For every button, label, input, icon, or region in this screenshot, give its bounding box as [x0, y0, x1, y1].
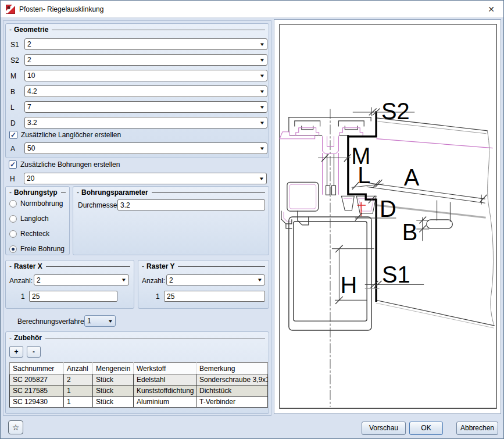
- label-b: B: [402, 219, 418, 245]
- group-zubehoer-title: - Zubehör: [9, 333, 265, 342]
- star-icon: ☆: [12, 423, 20, 432]
- window-title: Pfosten- Riegelausklinkung: [19, 5, 103, 13]
- top-rail-profile: [289, 117, 371, 135]
- parameter-panel: - Geometrie S1 2 ▼ S2 2 ▼ M 10 ▼ B 4.2: [3, 20, 271, 416]
- chevron-down-icon: ▼: [259, 58, 265, 63]
- group-bohrungsparameter: - Bohrungsparameter Durchmesser:: [73, 186, 269, 255]
- collapse-toggle[interactable]: -: [9, 26, 12, 34]
- table-row[interactable]: SC 129430 1 Stück Aluminium T-Verbinder: [10, 397, 268, 408]
- group-geometrie: - Geometrie S1 2 ▼ S2 2 ▼ M 10 ▼ B 4.2: [5, 23, 269, 158]
- field-label-l: L: [10, 103, 15, 112]
- durchmesser-input[interactable]: [117, 199, 265, 210]
- checkbox-checked-icon: ✓: [9, 131, 17, 139]
- collapse-toggle[interactable]: -: [77, 188, 79, 197]
- chevron-down-icon: ▼: [259, 120, 265, 126]
- label-d: D: [380, 196, 396, 222]
- close-icon[interactable]: ✕: [485, 3, 498, 16]
- section-drawing: S2 M L A D B S1 H: [274, 20, 501, 413]
- a-select[interactable]: 50 ▼: [24, 142, 267, 154]
- field-label-s2: S2: [10, 56, 19, 65]
- radio-icon: [9, 200, 17, 208]
- checkbox-checked-icon: ✓: [9, 160, 17, 169]
- bohrungen-checkbox[interactable]: ✓ Zusätzliche Bohrungen erstellen: [9, 160, 120, 169]
- screw-channel: [326, 155, 336, 195]
- label-l: L: [358, 162, 370, 188]
- favorite-button[interactable]: ☆: [8, 420, 23, 434]
- anzahl-label: Anzahl:: [9, 277, 33, 285]
- field-label-b: B: [10, 88, 15, 96]
- chevron-down-icon: ▼: [259, 89, 265, 94]
- field-label-s1: S1: [10, 41, 19, 49]
- chevron-down-icon: ▼: [259, 73, 265, 78]
- zubehoer-table: Sachnummer Anzahl Mengenein Werkstoff Be…: [9, 362, 268, 408]
- table-header-row: Sachnummer Anzahl Mengenein Werkstoff Be…: [10, 363, 268, 374]
- raster-x-value-input[interactable]: [29, 291, 117, 302]
- dimension-labels: S2 M L A D B S1 H: [340, 98, 419, 298]
- collapse-toggle[interactable]: -: [142, 262, 144, 270]
- add-row-button[interactable]: +: [9, 346, 23, 358]
- group-raster-y-title: - Raster Y: [142, 262, 265, 271]
- chevron-down-icon: ▼: [259, 42, 265, 47]
- d-select[interactable]: 3.2 ▼: [24, 117, 267, 129]
- radio-icon: [9, 230, 17, 238]
- group-raster-x: - Raster X Anzahl: 2 ▼ 1: [5, 260, 134, 309]
- s2-select[interactable]: 2 ▼: [24, 54, 267, 66]
- berechnungsverfahren-label: Berechnungsverfahren:: [17, 317, 90, 326]
- label-s1: S1: [382, 262, 410, 287]
- field-label-d: D: [10, 119, 16, 127]
- transom-profile: [367, 118, 494, 328]
- langloecher-checkbox[interactable]: ✓ Zusätzliche Langlöcher erstellen: [9, 131, 121, 139]
- field-label-a: A: [10, 145, 15, 153]
- collapse-toggle[interactable]: -: [9, 262, 12, 270]
- group-geometrie-title: - Geometrie: [9, 25, 265, 34]
- radio-langloch[interactable]: Langloch: [9, 215, 49, 223]
- l-select[interactable]: 7 ▼: [24, 101, 267, 113]
- raster-x-anzahl-select[interactable]: 2 ▼: [34, 274, 129, 285]
- m-select[interactable]: 10 ▼: [24, 70, 267, 81]
- dialog-window: Pfosten- Riegelausklinkung ✕ - Geometrie…: [0, 0, 504, 439]
- table-row[interactable]: SC 205827 2 Stück Edelstahl Sonderschrau…: [10, 374, 268, 386]
- group-raster-x-title: - Raster X: [9, 262, 130, 271]
- berechnungsverfahren-select[interactable]: 1 ▼: [84, 315, 116, 327]
- b-select[interactable]: 4.2 ▼: [24, 85, 267, 97]
- group-zubehoer: - Zubehör + - Sachnummer Anzahl Mengenei…: [5, 331, 269, 414]
- group-raster-y: - Raster Y Anzahl: 2 ▼ 1: [138, 260, 269, 309]
- radio-freie-bohrung[interactable]: Freie Bohrung: [9, 245, 65, 253]
- h-select[interactable]: 20 ▼: [24, 173, 267, 184]
- preview-panel: S2 M L A D B S1 H: [274, 19, 501, 414]
- radio-selected-icon: [9, 245, 17, 253]
- raster-x-row-label: 1: [21, 292, 25, 301]
- s1-select[interactable]: 2 ▼: [24, 38, 267, 50]
- group-bohrungstyp: - Bohrungstyp Normbohrung Langloch Recht…: [5, 186, 70, 255]
- chevron-down-icon: ▼: [108, 319, 113, 324]
- chevron-down-icon: ▼: [259, 105, 265, 110]
- vorschau-button[interactable]: Vorschau: [362, 422, 406, 435]
- collapse-toggle[interactable]: -: [9, 334, 12, 342]
- radio-normbohrung[interactable]: Normbohrung: [9, 199, 63, 208]
- anzahl-label: Anzahl:: [142, 277, 165, 285]
- raster-y-value-input[interactable]: [164, 291, 265, 302]
- label-s2: S2: [381, 98, 410, 124]
- raster-y-anzahl-select[interactable]: 2 ▼: [166, 274, 265, 285]
- abbrechen-button[interactable]: Abbrechen: [456, 422, 498, 435]
- field-label-m: M: [10, 72, 16, 80]
- field-label-h: H: [10, 175, 15, 183]
- table-row[interactable]: SC 217585 1 Stück Kunststoffdichtung Dic…: [10, 386, 268, 397]
- chevron-down-icon: ▼: [121, 277, 127, 283]
- remove-row-button[interactable]: -: [27, 346, 41, 358]
- chevron-down-icon: ▼: [257, 277, 263, 283]
- ok-button[interactable]: OK: [409, 422, 443, 435]
- chevron-down-icon: ▼: [259, 176, 264, 181]
- label-h: H: [340, 272, 357, 298]
- durchmesser-label: Durchmesser:: [78, 201, 121, 209]
- group-bohrungsparameter-title: - Bohrungsparameter: [77, 188, 265, 197]
- label-a: A: [404, 165, 420, 190]
- app-icon: [6, 5, 15, 14]
- chevron-down-icon: ▼: [259, 146, 265, 151]
- raster-y-row-label: 1: [156, 292, 160, 301]
- group-bohrungstyp-title: - Bohrungstyp: [9, 188, 66, 197]
- collapse-toggle[interactable]: -: [9, 188, 12, 197]
- title-bar: Pfosten- Riegelausklinkung ✕: [1, 1, 503, 18]
- left-sash-gasket: [284, 184, 316, 222]
- radio-rechteck[interactable]: Rechteck: [9, 230, 49, 238]
